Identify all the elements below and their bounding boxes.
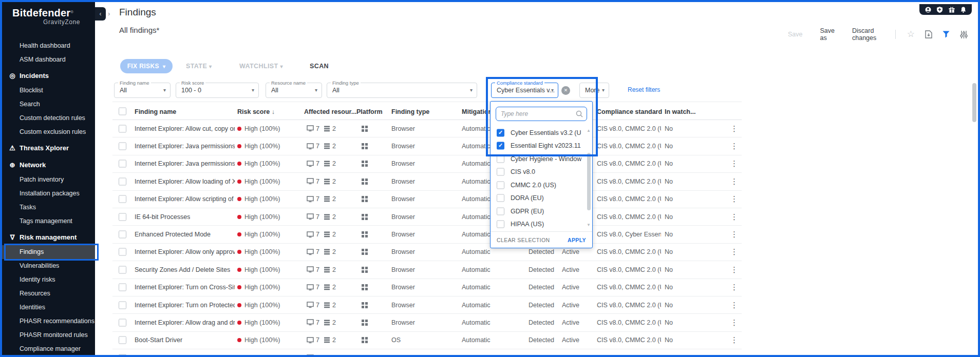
table-row[interactable]: Boot-Start Driver High (100%) 7 2 OS Aut… [112, 332, 742, 349]
row-menu-icon[interactable]: ⋮ [730, 159, 738, 168]
row-menu-icon[interactable]: ⋮ [730, 335, 738, 345]
finding-name-cell[interactable]: Internet Explorer: Java permissions ... [135, 143, 235, 150]
row-menu-icon[interactable]: ⋮ [730, 247, 738, 256]
table-row[interactable]: Internet Explorer: Turn on Protected... … [112, 296, 742, 314]
risk-score-filter[interactable]: Risk score 100 - 0 ▾ [176, 83, 259, 98]
row-checkbox[interactable] [119, 284, 126, 291]
column-platform[interactable]: Platform [356, 108, 383, 115]
column-finding-name[interactable]: Finding name [135, 108, 176, 115]
row-checkbox[interactable] [119, 301, 126, 309]
sidebar-item[interactable]: Health dashboard [2, 39, 95, 53]
row-checkbox[interactable] [119, 354, 126, 357]
more-filters-button[interactable]: More ▾ [579, 83, 609, 98]
row-checkbox[interactable] [119, 143, 126, 150]
sort-desc-icon[interactable]: ↓ [272, 108, 275, 115]
option-checkbox[interactable] [497, 155, 504, 163]
dropdown-search-input[interactable] [496, 107, 587, 121]
column-compliance-standard[interactable]: Compliance standard [597, 108, 662, 115]
scroll-up-icon[interactable]: ▲ [587, 128, 591, 133]
row-checkbox[interactable] [119, 231, 126, 239]
table-row[interactable]: Internet Explorer: Java permissions ... … [112, 155, 742, 173]
sidebar-item[interactable]: Findings [2, 245, 95, 259]
finding-type-filter[interactable]: Finding type All ▾ [327, 83, 477, 98]
row-checkbox[interactable] [119, 248, 126, 256]
sidebar-item[interactable]: ∇ Risk management [2, 230, 95, 245]
table-row[interactable]: Internet Explorer: Allow loading of X...… [112, 173, 742, 190]
row-menu-icon[interactable]: ⋮ [730, 230, 738, 239]
sidebar-item[interactable]: ⊕ Network [2, 157, 95, 173]
sidebar-item[interactable]: Identities [2, 301, 95, 314]
option-checkbox[interactable] [497, 142, 504, 150]
shield-icon[interactable] [937, 7, 943, 13]
sidebar-item[interactable]: Blocklist [2, 84, 95, 97]
vertical-scrollbar[interactable] [972, 83, 976, 122]
row-menu-icon[interactable]: ⋮ [730, 142, 738, 151]
clear-filter-icon[interactable]: ✕ [561, 86, 570, 95]
dropdown-option[interactable]: Cyber Essentials v3.2 (UK) [491, 126, 592, 140]
save-as-button[interactable]: Save as [820, 27, 835, 42]
scroll-down-icon[interactable]: ▼ [587, 223, 591, 227]
table-row[interactable]: Security Zones Add / Delete Sites High (… [112, 261, 742, 279]
dropdown-option[interactable]: CMMC 2.0 (US) [491, 179, 592, 192]
row-checkbox[interactable] [119, 213, 126, 221]
table-row[interactable]: Internet Explorer: Allow drag and dr... … [112, 314, 742, 331]
gift-icon[interactable] [949, 7, 955, 13]
sidebar-item[interactable]: Resources [2, 287, 95, 301]
sidebar-item[interactable]: ASM dashboard [2, 53, 95, 67]
row-menu-icon[interactable]: ⋮ [730, 212, 738, 222]
column-risk-score[interactable]: Risk score ↓ [237, 108, 275, 115]
finding-name-cell[interactable]: Internet Explorer: Turn on Cross-Sit... [135, 284, 235, 291]
sidebar-item[interactable]: Installation packages [2, 187, 95, 201]
row-checkbox[interactable] [119, 177, 126, 185]
sidebar-item[interactable]: Custom exclusion rules [2, 125, 95, 139]
finding-name-cell[interactable]: Internet Explorer: Allow only approv... [135, 248, 235, 255]
row-checkbox[interactable] [119, 195, 126, 203]
finding-name-cell[interactable]: Enhanced Protected Mode [135, 231, 211, 238]
dropdown-option[interactable]: HIPAA (US) [491, 218, 592, 231]
finding-name-cell[interactable]: Internet Explorer: Java permissions ... [135, 160, 235, 167]
dropdown-option[interactable]: Essential Eight v2023.11 (... [491, 140, 592, 153]
favorite-star-icon[interactable]: ☆ [907, 31, 915, 38]
option-checkbox[interactable] [497, 181, 504, 189]
dropdown-option[interactable]: CIS v8.0 [491, 166, 592, 179]
row-menu-icon[interactable]: ⋮ [730, 194, 738, 204]
finding-name-cell[interactable]: Boot-Start Driver [135, 336, 182, 344]
user-icon[interactable] [925, 7, 931, 13]
column-in-watchlist[interactable]: In watch... [665, 108, 695, 115]
sidebar-expand-button[interactable]: › [108, 10, 110, 17]
sidebar-item[interactable]: ⚠ Threats Xplorer [2, 141, 95, 156]
finding-name-cell[interactable]: Internet Explorer: Allow cut, copy or... [135, 125, 235, 132]
resource-name-filter[interactable]: Resource name All ▾ [266, 83, 322, 98]
select-all-checkbox[interactable] [119, 108, 126, 115]
row-checkbox[interactable] [119, 336, 126, 344]
row-menu-icon[interactable]: ⋮ [730, 177, 738, 186]
table-row[interactable]: Internet Explorer: Java permissions ... … [112, 137, 742, 155]
table-row[interactable]: Internet Explorer: Allow scripting of ..… [112, 349, 742, 357]
discard-changes-button[interactable]: Discard changes [852, 27, 878, 42]
option-checkbox[interactable] [497, 221, 504, 228]
row-checkbox[interactable] [119, 160, 126, 168]
row-checkbox[interactable] [119, 266, 126, 273]
sidebar-item[interactable]: Tasks [2, 201, 95, 214]
option-checkbox[interactable] [497, 129, 504, 136]
dropdown-option[interactable]: GDPR (EU) [491, 205, 592, 218]
option-checkbox[interactable] [497, 194, 504, 202]
dropdown-option[interactable]: DORA (EU) [491, 192, 592, 205]
sidebar-item[interactable]: PHASR monitored rules [2, 328, 95, 342]
column-finding-type[interactable]: Finding type [391, 108, 429, 115]
clear-selection-button[interactable]: CLEAR SELECTION [497, 237, 550, 243]
row-menu-icon[interactable]: ⋮ [730, 318, 738, 327]
export-icon[interactable] [925, 30, 932, 38]
sidebar-item[interactable]: Vulnerabilities [2, 259, 95, 273]
apply-button[interactable]: APPLY [568, 237, 586, 243]
finding-name-filter[interactable]: Finding name All ▾ [114, 83, 171, 98]
table-row[interactable]: IE 64-bit Processes High (100%) 7 2 Brow… [112, 208, 742, 226]
option-checkbox[interactable] [497, 168, 504, 176]
table-row[interactable]: Enhanced Protected Mode High (100%) 7 2 … [112, 226, 742, 243]
row-menu-icon[interactable]: ⋮ [730, 124, 738, 133]
sidebar-item[interactable]: ◎ Incidents [2, 68, 95, 84]
sidebar-collapse-button[interactable]: ‹ [95, 7, 106, 21]
row-menu-icon[interactable]: ⋮ [730, 353, 738, 357]
sidebar-item[interactable]: Compliance manager [2, 342, 95, 356]
row-menu-icon[interactable]: ⋮ [730, 283, 738, 292]
